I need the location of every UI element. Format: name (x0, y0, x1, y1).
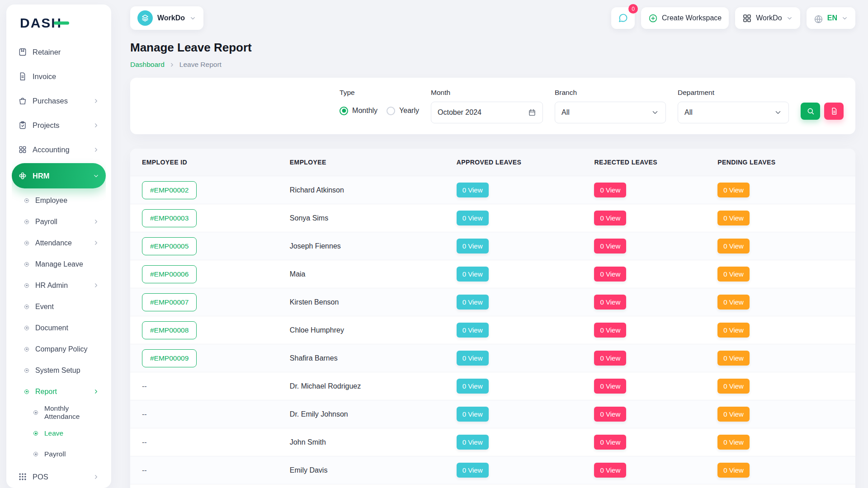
employee-id-button[interactable]: #EMP00006 (142, 265, 197, 283)
sidebar-item-company-policy[interactable]: Company Policy (12, 338, 106, 360)
radio-selected-icon (340, 107, 348, 115)
rejected-leaves-view-badge[interactable]: 0 View (594, 407, 626, 422)
apps-menu-button[interactable]: WorkDo (735, 7, 800, 29)
approved-leaves-view-badge[interactable]: 0 View (457, 267, 489, 282)
approved-leaves-view-badge[interactable]: 0 View (457, 183, 489, 197)
sidebar-item-hrm[interactable]: HRM (12, 163, 106, 188)
pending-leaves-view-badge[interactable]: 0 View (717, 183, 750, 197)
create-workspace-button[interactable]: Create Workspace (641, 7, 729, 29)
approved-leaves-view-badge[interactable]: 0 View (457, 407, 489, 422)
brand-logo[interactable]: DASH (12, 12, 106, 40)
branch-field: Branch All (555, 89, 666, 123)
breadcrumb-dashboard-link[interactable]: Dashboard (130, 61, 165, 69)
employee-id-button[interactable]: #EMP00005 (142, 237, 197, 255)
rejected-leaves-view-badge[interactable]: 0 View (594, 463, 626, 478)
approved-leaves-view-badge[interactable]: 0 View (457, 463, 489, 478)
rejected-leaves-view-badge[interactable]: 0 View (594, 435, 626, 450)
sidebar-item-label: Report (35, 388, 57, 396)
file-reset-icon (830, 107, 838, 115)
approved-leaves-view-badge[interactable]: 0 View (457, 239, 489, 253)
reset-button[interactable] (824, 103, 844, 120)
search-button[interactable] (801, 103, 820, 120)
approved-leaves-view-badge[interactable]: 0 View (457, 379, 489, 394)
pending-leaves-view-badge[interactable]: 0 View (717, 351, 750, 366)
sidebar-item-retainer[interactable]: Retainer (12, 40, 106, 64)
pending-leaves-view-badge[interactable]: 0 View (717, 323, 750, 338)
approved-leaves-view-badge[interactable]: 0 View (457, 323, 489, 338)
radio-monthly[interactable]: Monthly (340, 107, 377, 115)
approved-leaves-view-badge[interactable]: 0 View (457, 351, 489, 366)
sidebar-item-label: Projects (33, 121, 60, 130)
sidebar-item-label: Retainer (33, 48, 61, 56)
radio-yearly[interactable]: Yearly (387, 107, 419, 115)
sidebar-item-document[interactable]: Document (12, 317, 106, 338)
table-row: #EMP00006Maia0 View0 View0 View (130, 260, 855, 288)
sidebar-item-projects[interactable]: Projects (12, 113, 106, 137)
type-radio-group: Monthly Yearly (340, 102, 419, 120)
sidebar-item-payroll[interactable]: Payroll (12, 211, 106, 232)
sidebar-item-accounting[interactable]: Accounting (12, 137, 106, 162)
employee-name: Dr. Michael Rodriguez (290, 382, 361, 390)
employee-id-button[interactable]: #EMP00008 (142, 321, 197, 339)
sidebar-item-system-setup[interactable]: System Setup (12, 360, 106, 381)
pending-leaves-view-badge[interactable]: 0 View (717, 407, 750, 422)
rejected-leaves-view-badge[interactable]: 0 View (594, 295, 626, 310)
employee-id-button[interactable]: #EMP00003 (142, 209, 197, 227)
radio-monthly-label: Monthly (352, 107, 377, 115)
chevron-right-icon (93, 239, 99, 246)
pending-leaves-view-badge[interactable]: 0 View (717, 463, 750, 478)
sidebar-item-monthly-attendance[interactable]: Monthly Attendance (12, 402, 106, 423)
sidebar-item-leave[interactable]: Leave (12, 423, 106, 444)
pending-leaves-view-badge[interactable]: 0 View (717, 295, 750, 310)
employee-id-button[interactable]: #EMP00007 (142, 293, 197, 311)
sidebar-item-event[interactable]: Event (12, 296, 106, 317)
retainer-icon (18, 47, 27, 56)
sidebar-item-purchases[interactable]: Purchases (12, 89, 106, 113)
workspace-switcher[interactable]: WorkDo (130, 6, 203, 30)
rejected-leaves-view-badge[interactable]: 0 View (594, 267, 626, 282)
breadcrumb-current: Leave Report (179, 61, 222, 69)
pending-leaves-view-badge[interactable]: 0 View (717, 211, 750, 225)
sidebar-item-invoice[interactable]: Invoice (12, 64, 106, 89)
table-row: --Emily Davis0 View0 View0 View (130, 456, 855, 484)
sidebar-item-employee[interactable]: Employee (12, 190, 106, 211)
approved-leaves-view-badge[interactable]: 0 View (457, 211, 489, 225)
plus-circle-icon (648, 14, 658, 23)
target-circle-icon (24, 368, 29, 373)
messages-button[interactable]: 0 (611, 7, 635, 29)
search-icon (807, 107, 815, 115)
sidebar-item-payroll[interactable]: Payroll (12, 444, 106, 465)
rejected-leaves-view-badge[interactable]: 0 View (594, 323, 626, 338)
sidebar-item-report[interactable]: Report (12, 381, 106, 402)
rejected-leaves-view-badge[interactable]: 0 View (594, 211, 626, 225)
sidebar-item-label: Monthly Attendance (44, 404, 99, 421)
employee-id-placeholder: -- (142, 410, 147, 418)
sidebar-item-label: Event (35, 303, 54, 311)
pending-leaves-view-badge[interactable]: 0 View (717, 435, 750, 450)
department-select[interactable]: All (678, 102, 789, 123)
rejected-leaves-view-badge[interactable]: 0 View (594, 183, 626, 197)
employee-id-button[interactable]: #EMP00009 (142, 349, 197, 367)
employee-name: Emily Davis (290, 466, 328, 474)
approved-leaves-view-badge[interactable]: 0 View (457, 295, 489, 310)
pending-leaves-view-badge[interactable]: 0 View (717, 379, 750, 394)
language-selector[interactable]: EN (807, 7, 855, 29)
employee-name: Dr. Emily Johnson (290, 410, 348, 418)
employee-id-button[interactable]: #EMP00002 (142, 181, 197, 199)
chevron-right-icon (169, 62, 175, 68)
month-input[interactable]: October 2024 (431, 102, 543, 123)
rejected-leaves-view-badge[interactable]: 0 View (594, 379, 626, 394)
sidebar-item-manage-leave[interactable]: Manage Leave (12, 253, 106, 275)
target-circle-icon (24, 262, 29, 267)
pending-leaves-view-badge[interactable]: 0 View (717, 267, 750, 282)
type-field: Type Monthly Yearly (340, 89, 419, 120)
sidebar-item-attendance[interactable]: Attendance (12, 232, 106, 253)
rejected-leaves-view-badge[interactable]: 0 View (594, 239, 626, 253)
pending-leaves-view-badge[interactable]: 0 View (717, 239, 750, 253)
sidebar-item-pos[interactable]: POS (12, 465, 106, 483)
sidebar-item-hr-admin[interactable]: HR Admin (12, 275, 106, 296)
branch-select[interactable]: All (555, 102, 666, 123)
approved-leaves-view-badge[interactable]: 0 View (457, 435, 489, 450)
sidebar-item-label: HRM (33, 172, 50, 180)
rejected-leaves-view-badge[interactable]: 0 View (594, 351, 626, 366)
